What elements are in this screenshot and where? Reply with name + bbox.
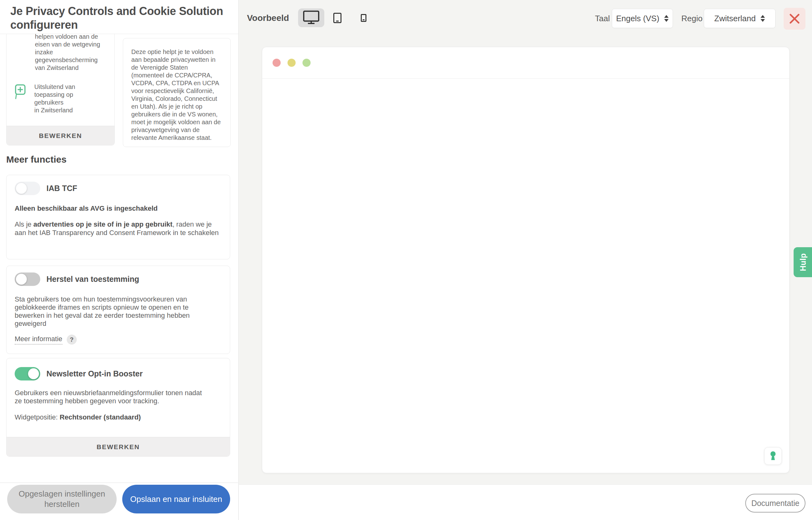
consent-recovery-card: Herstel van toestemming Sta gebruikers t… (6, 266, 230, 354)
consent-recovery-title: Herstel van toestemming (47, 275, 139, 284)
toggle-knob (16, 183, 27, 194)
widget-position-value: Rechtsonder (standaard) (60, 413, 141, 421)
help-tab[interactable]: Hulp (793, 247, 812, 277)
iab-tcf-title: IAB TCF (47, 184, 77, 193)
privacy-widget-button[interactable] (764, 447, 782, 465)
iab-tcf-toggle-row: IAB TCF (15, 182, 230, 195)
swiss-scope-row: Uitsluitend van toepassing op gebruikers… (14, 83, 108, 114)
newsletter-edit-button[interactable]: BEWERKEN (6, 437, 230, 456)
privacy-controls-configurator: Je Privacy Controls and Cookie Solution … (0, 0, 812, 520)
consent-recovery-toggle[interactable] (15, 272, 40, 286)
swiss-edit-button[interactable]: BEWERKEN (6, 126, 114, 145)
widget-position-line: Widgetpositie: Rechtsonder (standaard) (15, 413, 221, 421)
swiss-privacy-card: helpen voldoen aan de eisen van de wetge… (6, 34, 115, 146)
close-button[interactable] (784, 8, 806, 30)
language-select-value: Engels (VS) (616, 14, 660, 23)
newsletter-toggle-row: Newsletter Opt-in Booster (15, 367, 230, 381)
device-tab-desktop[interactable] (298, 8, 324, 27)
iab-tcf-toggle[interactable] (15, 182, 40, 195)
iab-tcf-card: IAB TCF Alleen beschikbaar als AVG is in… (6, 175, 230, 259)
widget-position-label: Widgetpositie: (15, 413, 60, 421)
device-tab-mobile[interactable] (354, 8, 373, 27)
iab-desc-bold: advertenties op je site of in je app geb… (33, 220, 172, 228)
region-label: Regio (681, 14, 703, 23)
window-dot-yellow-icon (287, 59, 296, 67)
newsletter-description: Gebruikers een nieuwsbriefaanmeldingsfor… (15, 389, 202, 405)
documentation-button[interactable]: Documentatie (745, 494, 806, 513)
close-icon (784, 8, 806, 30)
more-info-link[interactable]: Meer informatie (15, 335, 62, 345)
toggle-knob (28, 368, 39, 379)
restore-settings-button[interactable]: Opgeslagen instellingen herstellen (7, 485, 117, 514)
device-tab-tablet[interactable] (328, 8, 347, 27)
region-select-value: Zwitserland (715, 14, 756, 23)
more-info-row: Meer informatie ? (15, 335, 230, 345)
consent-recovery-toggle-row: Herstel van toestemming (15, 272, 230, 286)
monitor-icon (303, 10, 319, 26)
keyhole-icon (768, 451, 778, 462)
settings-scroll-area[interactable]: helpen voldoen aan de eisen van de wetge… (0, 34, 238, 483)
us-privacy-card: Deze optie helpt je te voldoen aan bepaa… (123, 38, 231, 147)
newsletter-booster-card: Newsletter Opt-in Booster Gebruikers een… (6, 358, 230, 457)
save-and-embed-button[interactable]: Opslaan en naar insluiten (122, 485, 230, 514)
browser-preview-window (262, 47, 789, 473)
settings-panel: Je Privacy Controls and Cookie Solution … (0, 0, 239, 520)
chevron-updown-icon (760, 15, 765, 22)
mobile-icon (361, 14, 366, 22)
window-dot-red-icon (273, 59, 281, 67)
newsletter-toggle[interactable] (15, 367, 40, 381)
preview-footer: Documentatie (239, 485, 812, 520)
iab-tcf-availability-note: Alleen beschikbaar als AVG is ingeschake… (15, 204, 221, 212)
newsletter-title: Newsletter Opt-in Booster (47, 369, 142, 378)
preview-label: Voorbeeld (247, 13, 289, 23)
flag-plus-icon (14, 84, 25, 114)
swiss-scope-note: Uitsluitend van toepassing op gebruikers… (34, 83, 102, 114)
tablet-icon (333, 13, 341, 23)
window-dot-green-icon (303, 59, 311, 67)
panel-footer: Opgeslagen instellingen herstellen Opsla… (0, 483, 238, 520)
browser-titlebar (262, 47, 789, 79)
region-select[interactable]: Zwitserland (704, 9, 776, 28)
page-title: Je Privacy Controls and Cookie Solution … (10, 4, 226, 32)
preview-pane: Voorbeeld Taal Engels (VS) Regio Zwitser… (239, 0, 812, 520)
language-label: Taal (595, 14, 610, 23)
swiss-card-description: helpen voldoen aan de eisen van de wetge… (35, 34, 103, 72)
help-tab-label: Hulp (798, 253, 807, 271)
panel-header: Je Privacy Controls and Cookie Solution … (0, 0, 238, 34)
language-select[interactable]: Engels (VS) (612, 9, 673, 28)
us-card-description: Deze optie helpt je te voldoen aan bepaa… (131, 48, 225, 142)
iab-tcf-description: Als je advertenties op je site of in je … (15, 220, 221, 237)
iab-desc-prefix: Als je (15, 220, 33, 228)
consent-recovery-description: Sta gebruikers toe om hun toestemmingsvo… (15, 295, 197, 328)
question-mark-icon[interactable]: ? (67, 335, 77, 345)
more-features-heading: Meer functies (6, 154, 66, 165)
toggle-knob (16, 274, 27, 285)
chevron-updown-icon (664, 15, 669, 22)
